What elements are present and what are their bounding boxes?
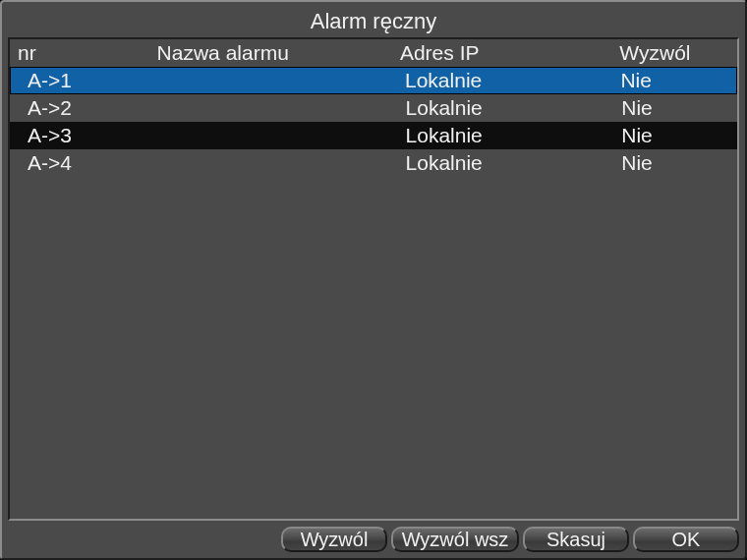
table-row[interactable]: A->2LokalnieNie [10, 94, 737, 122]
cell-ip: Lokalnie [406, 96, 622, 120]
cell-trigger: Nie [621, 124, 737, 147]
alarm-list-panel: nr Nazwa alarmu Adres IP Wyzwól A->1Loka… [8, 37, 739, 521]
window-title: Alarm ręczny [8, 6, 739, 37]
trigger-all-button[interactable]: Wyzwól wsz [391, 527, 519, 552]
cell-nr: A->2 [28, 96, 154, 120]
trigger-button[interactable]: Wyzwól [281, 527, 387, 552]
table-row[interactable]: A->3LokalnieNie [10, 122, 737, 149]
button-bar: Wyzwól Wyzwól wsz Skasuj OK [2, 527, 745, 554]
col-trigger: Wyzwól [619, 41, 737, 65]
cell-trigger: Nie [620, 69, 736, 92]
col-nr: nr [18, 41, 157, 65]
cell-ip: Lokalnie [406, 151, 622, 175]
ok-button[interactable]: OK [633, 527, 739, 552]
col-ip: Adres IP [400, 41, 619, 65]
cell-nr: A->1 [28, 69, 154, 92]
table-body: A->1LokalnieNieA->2LokalnieNieA->3Lokaln… [10, 67, 737, 177]
cell-ip: Lokalnie [406, 124, 622, 147]
cancel-button[interactable]: Skasuj [523, 527, 629, 552]
col-name: Nazwa alarmu [157, 41, 400, 65]
cell-ip: Lokalnie [405, 69, 620, 92]
cell-trigger: Nie [621, 96, 737, 120]
cell-nr: A->3 [28, 124, 154, 147]
cell-trigger: Nie [621, 151, 737, 175]
cell-nr: A->4 [28, 151, 154, 175]
manual-alarm-window: Alarm ręczny nr Nazwa alarmu Adres IP Wy… [0, 0, 747, 560]
table-row[interactable]: A->4LokalnieNie [10, 149, 737, 177]
table-row[interactable]: A->1LokalnieNie [10, 67, 737, 94]
table-header: nr Nazwa alarmu Adres IP Wyzwól [10, 39, 737, 67]
